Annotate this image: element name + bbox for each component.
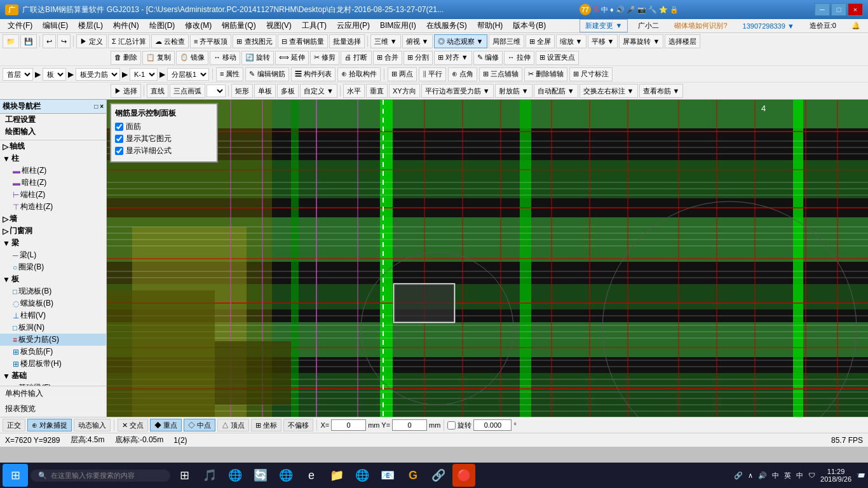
sidebar-group-beam[interactable]: ▼ 梁 bbox=[0, 237, 106, 249]
taskbar-browser3[interactable]: e bbox=[300, 464, 323, 487]
menu-modify[interactable]: 修改(M) bbox=[180, 19, 217, 32]
menu-cloud[interactable]: 云应用(P) bbox=[332, 19, 375, 32]
three-point-axis-button[interactable]: ⊞ 三点辅轴 bbox=[479, 67, 522, 81]
component-list-button[interactable]: ☰ 构件列表 bbox=[291, 67, 336, 81]
taskbar-explorer[interactable]: ⊞ bbox=[173, 464, 196, 487]
rotate-button[interactable]: 🔄 旋转 bbox=[241, 51, 274, 65]
sidebar-item-floor-band[interactable]: ⊞ 楼层板带(H) bbox=[0, 358, 106, 370]
sidebar-item-slab-rebar[interactable]: ≡ 板受力筋(S) bbox=[0, 334, 106, 346]
two-point-button[interactable]: ⊞ 两点 bbox=[388, 67, 417, 81]
menu-bim[interactable]: BIM应用(I) bbox=[375, 19, 421, 32]
trim-button[interactable]: ✂ 修剪 bbox=[310, 51, 339, 65]
sidebar-group-column[interactable]: ▼ 柱 bbox=[0, 152, 106, 165]
minimize-button[interactable]: ─ bbox=[815, 3, 830, 16]
radial-rebar-button[interactable]: 射放筋 ▼ bbox=[495, 84, 532, 98]
rotate-checkbox[interactable] bbox=[447, 421, 456, 430]
coord-button[interactable]: ⊞ 坐标 bbox=[251, 419, 281, 431]
zoom-button[interactable]: 缩放 ▼ bbox=[556, 34, 587, 48]
search-bar[interactable]: 🔍 在这里输入你要搜索的内容 bbox=[31, 470, 170, 482]
rotate-input[interactable] bbox=[473, 419, 512, 431]
dynamic-observe-button[interactable]: ◎ 动态观察 ▼ bbox=[434, 34, 487, 48]
align-button[interactable]: ⊞ 对齐 ▼ bbox=[434, 51, 472, 65]
screen-rotate-button[interactable]: 屏幕旋转 ▼ bbox=[619, 34, 663, 48]
taskbar-link[interactable]: 🔗 bbox=[427, 464, 450, 487]
canvas-area[interactable]: 4 钢筋显示控制面板 面筋 bbox=[107, 100, 868, 417]
calc-button[interactable]: Σ 汇总计算 bbox=[108, 34, 150, 48]
sidebar-item-project-setup[interactable]: 工程设置 bbox=[0, 114, 106, 126]
stretch-button[interactable]: ↔ 拉伸 bbox=[504, 51, 534, 65]
sidebar-group-foundation[interactable]: ▼ 基础 bbox=[0, 370, 106, 382]
rebar-check-formula[interactable]: 显示详细公式 bbox=[115, 146, 213, 156]
sidebar-item-dz[interactable]: ⊢ 端柱(Z) bbox=[0, 189, 106, 201]
pick-component-button[interactable]: ⊕ 拾取构件 bbox=[337, 67, 381, 81]
face-rebar-checkbox[interactable] bbox=[115, 123, 123, 131]
component-type-select[interactable]: 板 bbox=[43, 68, 66, 81]
sidebar-toggle[interactable]: □ × bbox=[94, 103, 104, 110]
rebar-check-other[interactable]: 显示其它图元 bbox=[115, 133, 213, 144]
sidebar-item-cast-slab[interactable]: □ 现浇板(B) bbox=[0, 285, 106, 297]
x-input[interactable] bbox=[331, 419, 366, 431]
draw-mode-select[interactable] bbox=[207, 85, 226, 97]
menu-edit[interactable]: 编辑(E) bbox=[37, 19, 73, 32]
taskbar-mail[interactable]: 📧 bbox=[376, 464, 399, 487]
taskbar-app1[interactable]: 🔴 bbox=[452, 464, 475, 487]
delete-axis-button[interactable]: ✂ 删除辅轴 bbox=[524, 67, 567, 81]
redo-button[interactable]: ↪ bbox=[57, 34, 71, 48]
show-formula-checkbox[interactable] bbox=[115, 147, 123, 155]
tray-volume[interactable]: 🔊 bbox=[758, 471, 767, 480]
mirror-button[interactable]: 🪞 镜像 bbox=[176, 51, 208, 65]
sidebar-item-slab-hole[interactable]: □ 板洞(N) bbox=[0, 322, 106, 334]
object-snap-button[interactable]: ⊕ 对象捕捉 bbox=[27, 419, 72, 431]
fullscreen-button[interactable]: ⊞ 全屏 bbox=[526, 34, 555, 48]
menu-file[interactable]: 文件(F) bbox=[3, 19, 37, 32]
report-preview-button[interactable]: 报表预览 bbox=[0, 402, 106, 417]
sidebar-group-door-window[interactable]: ▷ 门窗洞 bbox=[0, 225, 106, 237]
select-floor-button[interactable]: 选择楼层 bbox=[665, 34, 700, 48]
multi-board-button[interactable]: 多板 bbox=[277, 84, 299, 98]
menu-help[interactable]: 帮助(H) bbox=[472, 19, 508, 32]
sidebar-item-beam-l[interactable]: ─ 梁(L) bbox=[0, 249, 106, 261]
orthogonal-button[interactable]: 正交 bbox=[3, 419, 25, 431]
sidebar-group-slab[interactable]: ▼ 板 bbox=[0, 273, 106, 285]
notification-icon[interactable]: 🔔 bbox=[846, 20, 865, 31]
show-other-checkbox[interactable] bbox=[115, 135, 123, 143]
no-offset-button[interactable]: 不偏移 bbox=[283, 419, 313, 431]
undo-button[interactable]: ↩ bbox=[43, 34, 56, 48]
close-button[interactable]: × bbox=[848, 3, 863, 16]
parallel-edge-button[interactable]: 平行边布置受力筋 ▼ bbox=[421, 84, 494, 98]
view-rebar-layout-button[interactable]: 查看布筋 ▼ bbox=[639, 84, 684, 98]
find-element-button[interactable]: ⊞ 查找图元 bbox=[233, 34, 276, 48]
single-component-input-button[interactable]: 单构件输入 bbox=[0, 386, 106, 402]
single-board-button[interactable]: 单板 bbox=[254, 84, 276, 98]
save-button[interactable]: 💾 bbox=[20, 34, 37, 48]
tray-expand[interactable]: ∧ bbox=[748, 471, 753, 480]
auto-config-button[interactable]: 自动配筋 ▼ bbox=[534, 84, 578, 98]
taskbar-browser4[interactable]: 🌐 bbox=[351, 464, 374, 487]
dimension-button[interactable]: ⊞ 尺寸标注 bbox=[569, 67, 613, 81]
line-button[interactable]: 直线 bbox=[147, 84, 168, 98]
menu-component[interactable]: 构件(N) bbox=[108, 19, 144, 32]
menu-rebar-qty[interactable]: 钢筋量(Q) bbox=[217, 19, 261, 32]
vertex-button[interactable]: △ 顶点 bbox=[217, 419, 249, 431]
maximize-button[interactable]: □ bbox=[831, 3, 846, 16]
phone-number[interactable]: 13907298339 ▼ bbox=[738, 21, 799, 31]
split-button[interactable]: ⊞ 分割 bbox=[403, 51, 433, 65]
guang-xiao-er[interactable]: 广小二 bbox=[633, 20, 664, 32]
sidebar-group-wall[interactable]: ▷ 墙 bbox=[0, 213, 106, 225]
set-grip-button[interactable]: ⊞ 设置夹点 bbox=[536, 51, 579, 65]
tray-notification[interactable]: 📨 bbox=[857, 471, 865, 480]
floor-select[interactable]: 首层 bbox=[3, 68, 33, 81]
sidebar-item-drawing-input[interactable]: 绘图输入 bbox=[0, 126, 106, 138]
vertical-button[interactable]: 垂直 bbox=[366, 84, 388, 98]
pan-button[interactable]: 平移 ▼ bbox=[588, 34, 618, 48]
sidebar-item-neg-rebar[interactable]: ⊞ 板负筋(F) bbox=[0, 346, 106, 358]
layer-select[interactable]: 分层板1 bbox=[167, 68, 209, 81]
rebar-spec-select[interactable]: K-1 bbox=[130, 68, 158, 81]
level-top-button[interactable]: ≡ 齐平板顶 bbox=[190, 34, 231, 48]
window-controls[interactable]: ─ □ × bbox=[815, 3, 863, 16]
taskbar-browser2[interactable]: 🌐 bbox=[275, 464, 297, 487]
horizontal-button[interactable]: 水平 bbox=[343, 84, 365, 98]
swap-label-button[interactable]: 交换左右标注 ▼ bbox=[580, 84, 638, 98]
3d-button[interactable]: 三维 ▼ bbox=[370, 34, 401, 48]
property-button[interactable]: ≡ 属性 bbox=[216, 67, 243, 81]
